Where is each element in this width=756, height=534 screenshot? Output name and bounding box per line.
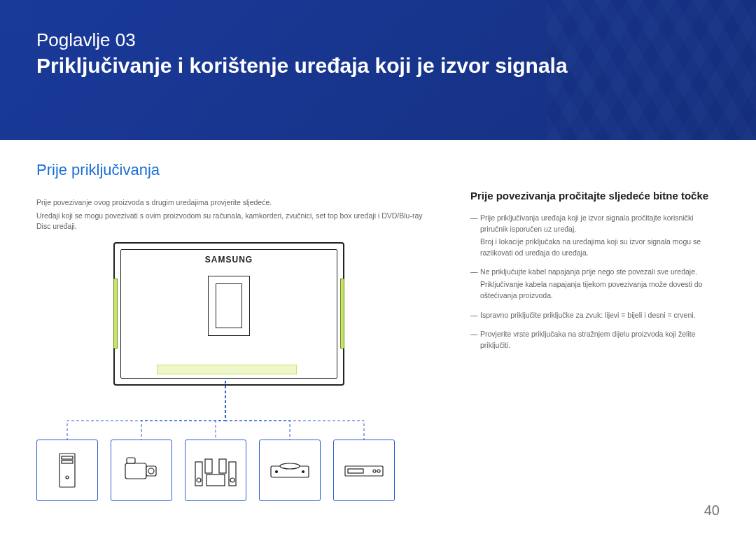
svg-rect-14 bbox=[219, 459, 226, 473]
device-speaker-system bbox=[185, 440, 246, 501]
device-pc-tower bbox=[36, 440, 98, 501]
intro-text-1: Prije povezivanje ovog proizvoda s drugi… bbox=[36, 197, 428, 208]
page-number: 40 bbox=[704, 503, 720, 519]
note-item: Prije priključivanja uređaja koji je izv… bbox=[470, 213, 720, 258]
svg-rect-4 bbox=[125, 463, 146, 479]
intro-text-2: Uređaji koji se mogu povezivati s ovim p… bbox=[36, 211, 428, 232]
note-main: Ispravno priključite priključke za zvuk:… bbox=[480, 311, 696, 319]
svg-rect-1 bbox=[62, 456, 73, 459]
svg-point-16 bbox=[280, 463, 300, 469]
svg-rect-13 bbox=[205, 459, 212, 473]
brand-logo: SAMSUNG bbox=[205, 255, 253, 265]
content-area: Prije priključivanja Prije povezivanje o… bbox=[0, 140, 756, 501]
device-row bbox=[36, 440, 395, 501]
svg-rect-12 bbox=[206, 475, 225, 486]
note-item: Ne priključujte kabel napajanja prije ne… bbox=[470, 267, 720, 301]
svg-point-22 bbox=[377, 470, 380, 472]
note-sub: Broj i lokacije priključaka na uređajima… bbox=[480, 237, 720, 259]
svg-rect-2 bbox=[62, 461, 73, 463]
note-main: Ne priključujte kabel napajanja prije ne… bbox=[480, 267, 697, 276]
note-main: Prije priključivanja uređaja koji je izv… bbox=[480, 213, 694, 233]
notes-list: Prije priključivanja uređaja koji je izv… bbox=[470, 213, 720, 351]
port-strip bbox=[157, 365, 297, 374]
note-sub: Priključivanje kabela napajanja tijekom … bbox=[480, 279, 720, 302]
right-bracket bbox=[340, 279, 344, 349]
connection-diagram: SAMSUNG bbox=[36, 242, 428, 501]
chapter-label: Poglavlje 03 bbox=[36, 29, 720, 51]
vesa-panel bbox=[208, 276, 250, 336]
device-set-top-box bbox=[333, 440, 395, 501]
svg-point-9 bbox=[197, 478, 201, 482]
svg-point-3 bbox=[66, 476, 69, 479]
monitor-rear-view: SAMSUNG bbox=[113, 242, 344, 386]
left-column: Prije priključivanja Prije povezivanje o… bbox=[36, 161, 428, 501]
left-bracket bbox=[113, 279, 118, 349]
svg-point-6 bbox=[148, 468, 154, 474]
note-item: Ispravno priključite priključke za zvuk:… bbox=[470, 310, 720, 321]
chapter-title: Priključivanje i korištenje uređaja koji… bbox=[36, 54, 720, 78]
right-column: Prije povezivanja pročitajte sljedeće bi… bbox=[470, 161, 720, 501]
note-item: Provjerite vrste priključaka na stražnje… bbox=[470, 329, 720, 351]
svg-point-17 bbox=[276, 470, 278, 472]
section-heading: Prije priključivanja bbox=[36, 161, 428, 179]
chapter-header: Poglavlje 03 Priključivanje i korištenje… bbox=[0, 0, 756, 140]
device-camcorder bbox=[111, 440, 172, 501]
svg-rect-7 bbox=[127, 458, 135, 463]
note-main: Provjerite vrste priključaka na stražnje… bbox=[480, 330, 696, 349]
svg-point-21 bbox=[373, 470, 376, 472]
device-dvd-player bbox=[259, 440, 321, 501]
svg-rect-20 bbox=[348, 469, 363, 473]
svg-point-11 bbox=[230, 478, 234, 482]
svg-point-18 bbox=[302, 470, 304, 472]
notes-heading: Prije povezivanja pročitajte sljedeće bi… bbox=[470, 189, 720, 203]
